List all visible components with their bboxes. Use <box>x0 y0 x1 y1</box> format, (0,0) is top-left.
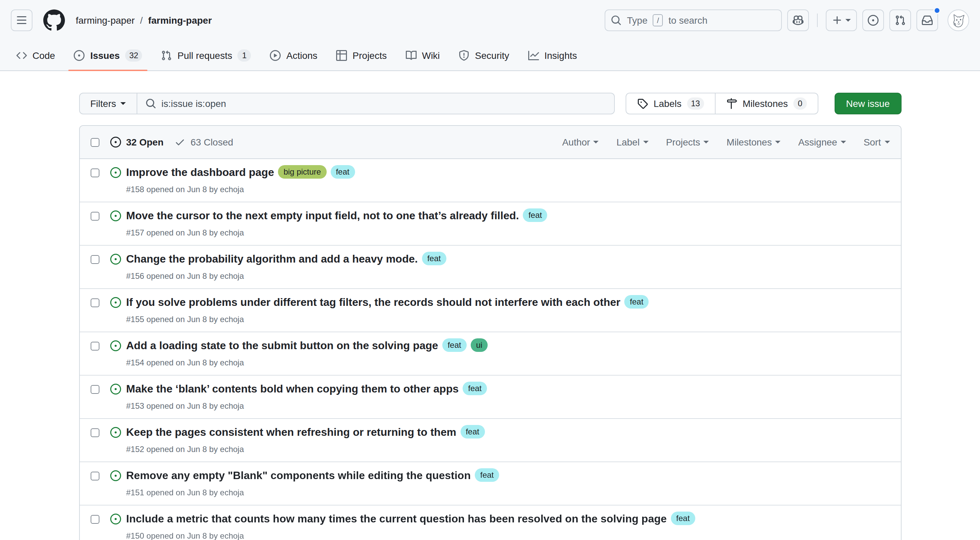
tab-pull-requests[interactable]: Pull requests 1 <box>156 41 257 70</box>
issue-meta: #158 opened on Jun 8 by echoja <box>126 183 890 196</box>
milestones-button[interactable]: Milestones 0 <box>715 93 818 114</box>
labels-milestones-control: Labels 13 Milestones 0 <box>626 93 818 115</box>
issue-select-checkbox[interactable] <box>90 472 99 481</box>
issue-select-checkbox[interactable] <box>90 255 99 264</box>
issue-title-link[interactable]: Make the ‘blank’ contents bold when copy… <box>126 383 458 395</box>
filter-label: Projects <box>666 137 700 148</box>
issue-label-ui[interactable]: ui <box>471 338 488 352</box>
labels-count: 13 <box>687 97 704 110</box>
issue-label-feat[interactable]: feat <box>475 468 499 482</box>
github-logo[interactable] <box>43 10 65 31</box>
issue-label-feat[interactable]: feat <box>463 382 487 395</box>
issue-labels: big picturefeat <box>274 166 355 178</box>
issue-title-link[interactable]: Include a metric that counts how many ti… <box>126 513 667 524</box>
copilot-button[interactable] <box>787 10 809 31</box>
issue-row: Move the cursor to the next empty input … <box>80 202 900 245</box>
chevron-down-icon <box>120 102 126 105</box>
issue-content: Keep the pages consistent when refreshin… <box>126 424 890 456</box>
issue-labels: feat <box>667 513 695 524</box>
issue-row: If you solve problems under different ta… <box>80 288 900 331</box>
breadcrumb-repo-link[interactable]: farming-paper <box>148 15 212 26</box>
filter-label: Sort <box>864 137 881 148</box>
issue-labels: feat <box>620 296 649 308</box>
issues-search-input[interactable] <box>161 98 606 109</box>
open-issue-icon <box>110 210 121 239</box>
tab-actions[interactable]: Actions <box>265 41 323 70</box>
breadcrumb: farming-paper / farming-paper <box>76 15 212 26</box>
issue-title-link[interactable]: Keep the pages consistent when refreshin… <box>126 426 456 438</box>
select-all-checkbox[interactable] <box>90 138 99 147</box>
your-pull-requests-button[interactable] <box>889 10 911 31</box>
chevron-down-icon <box>845 19 851 22</box>
issue-title-link[interactable]: Add a loading state to the submit button… <box>126 340 438 351</box>
closed-issues-link[interactable]: 63 Closed <box>175 137 233 148</box>
hamburger-menu-button[interactable] <box>11 10 32 31</box>
avatar[interactable] <box>948 10 969 31</box>
filter-assignee-button[interactable]: Assignee <box>798 137 846 148</box>
issue-title-link[interactable]: Improve the dashboard page <box>126 166 274 178</box>
open-issue-icon <box>110 297 121 326</box>
filter-label-button[interactable]: Label <box>616 137 649 148</box>
issue-select-checkbox[interactable] <box>90 515 99 524</box>
issue-title-link[interactable]: Move the cursor to the next empty input … <box>126 210 519 221</box>
issue-label-feat[interactable]: feat <box>422 252 446 265</box>
tab-label: Code <box>32 50 55 61</box>
filter-label: Milestones <box>727 137 772 148</box>
issue-select-checkbox[interactable] <box>90 298 99 307</box>
issue-label-big-picture[interactable]: big picture <box>278 165 326 178</box>
issue-label-feat[interactable]: feat <box>625 295 649 309</box>
check-icon <box>175 137 185 148</box>
issues-page: Filters Labels 13 <box>79 93 901 540</box>
tab-security[interactable]: Security <box>453 41 515 70</box>
tab-wiki[interactable]: Wiki <box>400 41 445 70</box>
issue-select-checkbox[interactable] <box>90 385 99 394</box>
table-icon <box>336 50 347 61</box>
issue-labels: feat <box>418 253 446 264</box>
issue-title-link[interactable]: Remove any empty "Blank" components whil… <box>126 470 471 481</box>
search-placeholder-pre: Type <box>627 15 648 26</box>
issue-select-checkbox[interactable] <box>90 212 99 221</box>
milestone-icon <box>726 98 737 109</box>
issue-label-feat[interactable]: feat <box>460 425 485 438</box>
issue-meta: #154 opened on Jun 8 by echoja <box>126 356 890 370</box>
issue-meta: #152 opened on Jun 8 by echoja <box>126 443 890 456</box>
create-new-button[interactable] <box>826 10 857 31</box>
filters-dropdown-button[interactable]: Filters <box>80 93 137 114</box>
issue-labels: feat <box>519 210 547 221</box>
issue-title-link[interactable]: If you solve problems under different ta… <box>126 296 620 308</box>
labels-button[interactable]: Labels 13 <box>627 93 715 114</box>
issue-content: Make the ‘blank’ contents bold when copy… <box>126 381 890 413</box>
tab-projects[interactable]: Projects <box>331 41 392 70</box>
your-issues-button[interactable] <box>862 10 884 31</box>
tab-label: Actions <box>286 50 318 61</box>
tab-issues[interactable]: Issues 32 <box>68 41 148 70</box>
issue-select-checkbox[interactable] <box>90 342 99 350</box>
shield-icon <box>459 50 470 61</box>
global-search-box[interactable]: Type / to search <box>605 10 782 31</box>
search-placeholder-post: to search <box>668 15 708 26</box>
new-issue-button[interactable]: New issue <box>835 93 901 115</box>
tab-code[interactable]: Code <box>11 41 60 70</box>
issue-label-feat[interactable]: feat <box>442 338 467 352</box>
issue-label-feat[interactable]: feat <box>330 165 355 178</box>
tab-label: Insights <box>544 50 577 61</box>
chevron-down-icon <box>593 141 599 143</box>
tab-insights[interactable]: Insights <box>523 41 583 70</box>
issue-meta: #156 opened on Jun 8 by echoja <box>126 269 890 283</box>
filter-milestones-button[interactable]: Milestones <box>727 137 781 148</box>
issue-content: Remove any empty "Blank" components whil… <box>126 468 890 499</box>
open-issues-link[interactable]: 32 Open <box>110 137 164 148</box>
issue-label-feat[interactable]: feat <box>523 209 547 222</box>
filter-projects-button[interactable]: Projects <box>666 137 709 148</box>
breadcrumb-owner-link[interactable]: farming-paper <box>76 15 135 26</box>
header-divider <box>817 14 818 27</box>
issue-label-feat[interactable]: feat <box>671 511 695 525</box>
filters-control: Filters <box>79 93 615 115</box>
issue-select-checkbox[interactable] <box>90 169 99 177</box>
issue-title-link[interactable]: Change the probability algorithm and add… <box>126 253 418 264</box>
tab-label: Projects <box>353 50 387 61</box>
filter-author-button[interactable]: Author <box>562 137 599 148</box>
issue-select-checkbox[interactable] <box>90 428 99 437</box>
filter-sort-button[interactable]: Sort <box>864 137 890 148</box>
issue-row: Improve the dashboard pagebig picturefea… <box>80 159 900 202</box>
